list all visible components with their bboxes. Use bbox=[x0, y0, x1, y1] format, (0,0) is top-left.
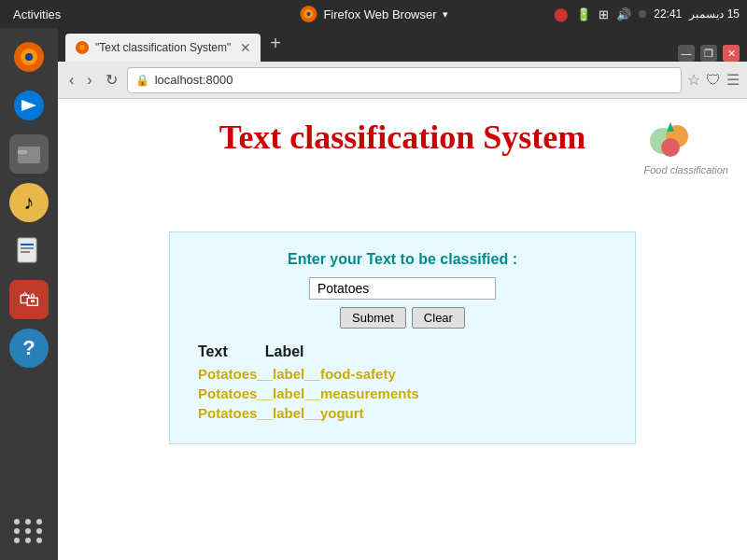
address-bar: ‹ › ↻ 🔒 localhost:8000 ☆ 🛡 ☰ bbox=[58, 62, 747, 99]
browser-title: Firefox Web Browser bbox=[323, 7, 436, 21]
new-tab-button[interactable]: + bbox=[261, 33, 290, 54]
sidebar-item-appstore[interactable]: 🛍 bbox=[9, 280, 49, 319]
taskbar-center: Firefox Web Browser ▾ bbox=[299, 5, 447, 23]
input-row bbox=[198, 277, 607, 300]
thunderbird-sidebar-icon bbox=[12, 89, 46, 122]
forward-button[interactable]: › bbox=[83, 70, 95, 91]
tab-firefox-icon bbox=[75, 40, 90, 55]
lock-icon: 🔒 bbox=[135, 74, 149, 87]
classify-box: Enter your Text to be classified : Subme… bbox=[169, 231, 636, 444]
browser-window: "Text classification System" ✕ + — ❐ ✕ ‹… bbox=[58, 28, 747, 560]
sidebar: ♪ 🛍 ? bbox=[0, 28, 58, 560]
page-title: Text classification System bbox=[95, 118, 710, 157]
tab-title: "Text classification System" bbox=[95, 41, 231, 54]
button-row: Submet Clear bbox=[198, 307, 607, 329]
svg-rect-12 bbox=[21, 247, 34, 249]
address-right-icons: ☆ 🛡 ☰ bbox=[687, 71, 740, 89]
close-button[interactable]: ✕ bbox=[723, 45, 740, 62]
battery-icon[interactable]: 🔋 bbox=[576, 7, 591, 21]
sidebar-item-firefox[interactable] bbox=[9, 37, 49, 77]
food-logo: Food classification bbox=[644, 118, 729, 175]
files-sidebar-icon bbox=[16, 141, 42, 167]
sidebar-item-rhythmbox[interactable]: ♪ bbox=[9, 183, 49, 222]
col-text-header: Text bbox=[198, 343, 228, 360]
taskbar-date: 15 دیسمبر bbox=[689, 7, 740, 21]
page-content: Text classification System Food classifi… bbox=[58, 99, 747, 560]
clear-button[interactable]: Clear bbox=[412, 307, 465, 329]
taskbar-time: 22:41 bbox=[654, 7, 682, 21]
sidebar-item-help[interactable]: ? bbox=[9, 329, 49, 368]
svg-rect-8 bbox=[18, 147, 40, 163]
back-button[interactable]: ‹ bbox=[65, 70, 78, 91]
food-classification-image bbox=[644, 118, 700, 164]
taskbar: Activities Firefox Web Browser ▾ 15 دیسم… bbox=[0, 0, 747, 28]
svg-rect-13 bbox=[21, 251, 30, 253]
apps-grid-icon bbox=[14, 519, 44, 543]
svg-rect-10 bbox=[18, 238, 36, 262]
writer-sidebar-icon bbox=[12, 234, 46, 268]
notification-dot bbox=[639, 10, 646, 18]
browser-dropdown-icon[interactable]: ▾ bbox=[443, 8, 448, 21]
stop-icon[interactable]: ⬤ bbox=[554, 7, 569, 21]
rhythmbox-label: ♪ bbox=[24, 190, 35, 215]
sidebar-item-thunderbird[interactable] bbox=[9, 86, 49, 125]
sidebar-item-apps[interactable] bbox=[9, 511, 49, 551]
result-row-2: Potatoes__label__measurements bbox=[198, 385, 607, 401]
taskbar-right: 15 دیسمبر 22:41 🔊 ⊞ 🔋 ⬤ bbox=[554, 7, 740, 21]
result-row-3: Potatoes__label__yogurt bbox=[198, 405, 607, 421]
svg-rect-11 bbox=[21, 244, 34, 245]
window-controls: — ❐ ✕ bbox=[678, 45, 740, 62]
svg-point-15 bbox=[79, 45, 85, 50]
shield-icon[interactable]: 🛡 bbox=[706, 72, 721, 89]
food-logo-label: Food classification bbox=[644, 164, 729, 175]
result-row-1: Potatoes__label__food-safety bbox=[198, 366, 607, 382]
help-label: ? bbox=[22, 336, 35, 360]
sidebar-item-files[interactable] bbox=[9, 134, 49, 174]
sidebar-item-writer[interactable] bbox=[9, 231, 49, 271]
svg-point-18 bbox=[661, 138, 680, 157]
appstore-label: 🛍 bbox=[19, 287, 39, 312]
maximize-button[interactable]: ❐ bbox=[700, 45, 717, 62]
firefox-sidebar-icon bbox=[12, 40, 46, 74]
active-tab[interactable]: "Text classification System" ✕ bbox=[65, 34, 261, 62]
bookmark-icon[interactable]: ☆ bbox=[687, 71, 700, 89]
firefox-taskbar-icon bbox=[299, 5, 317, 23]
volume-icon[interactable]: 🔊 bbox=[616, 7, 631, 21]
results-header: Text Label bbox=[198, 343, 607, 360]
menu-icon[interactable]: ☰ bbox=[726, 71, 740, 89]
classify-prompt: Enter your Text to be classified : bbox=[198, 251, 607, 268]
svg-point-5 bbox=[25, 53, 33, 61]
svg-point-2 bbox=[306, 12, 310, 16]
col-label-header: Label bbox=[265, 343, 304, 360]
text-input[interactable] bbox=[309, 277, 496, 300]
url-bar[interactable]: 🔒 localhost:8000 bbox=[127, 67, 682, 93]
activities-button[interactable]: Activities bbox=[7, 7, 66, 21]
submit-button[interactable]: Submet bbox=[340, 307, 406, 329]
network-icon[interactable]: ⊞ bbox=[599, 7, 609, 21]
url-text: localhost:8000 bbox=[155, 73, 233, 87]
tab-close-button[interactable]: ✕ bbox=[240, 40, 251, 55]
svg-rect-9 bbox=[18, 150, 27, 154]
reload-button[interactable]: ↻ bbox=[102, 69, 121, 91]
minimize-button[interactable]: — bbox=[678, 45, 695, 62]
tab-bar: "Text classification System" ✕ + — ❐ ✕ bbox=[58, 28, 747, 62]
food-logo-image bbox=[644, 118, 700, 164]
